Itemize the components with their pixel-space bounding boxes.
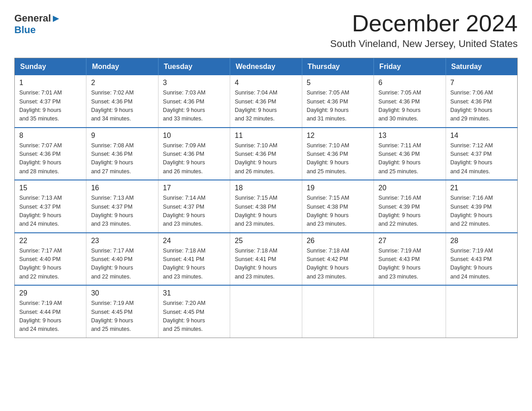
calendar-cell: 15Sunrise: 7:13 AMSunset: 4:37 PMDayligh…: [15, 180, 86, 233]
day-number: 31: [163, 289, 225, 297]
calendar-cell: 13Sunrise: 7:11 AMSunset: 4:36 PMDayligh…: [374, 128, 446, 180]
calendar-cell: 14Sunrise: 7:12 AMSunset: 4:37 PMDayligh…: [446, 128, 517, 180]
day-number: 16: [91, 184, 153, 192]
day-number: 28: [450, 237, 513, 245]
logo-triangle-icon: [52, 15, 60, 23]
calendar-cell: 3Sunrise: 7:03 AMSunset: 4:36 PMDaylight…: [158, 75, 230, 128]
day-info: Sunrise: 7:07 AMSunset: 4:36 PMDaylight:…: [19, 141, 82, 176]
calendar-cell: 30Sunrise: 7:19 AMSunset: 4:45 PMDayligh…: [86, 285, 158, 338]
calendar-cell: 12Sunrise: 7:10 AMSunset: 4:36 PMDayligh…: [302, 128, 373, 180]
day-number: 20: [378, 184, 441, 192]
day-info: Sunrise: 7:10 AMSunset: 4:36 PMDaylight:…: [235, 141, 297, 176]
day-info: Sunrise: 7:14 AMSunset: 4:37 PMDaylight:…: [163, 194, 225, 229]
day-number: 22: [19, 237, 82, 245]
day-number: 3: [163, 79, 225, 87]
calendar-cell: 11Sunrise: 7:10 AMSunset: 4:36 PMDayligh…: [230, 128, 302, 180]
calendar-cell: 20Sunrise: 7:16 AMSunset: 4:39 PMDayligh…: [374, 180, 446, 233]
calendar-cell: 6Sunrise: 7:05 AMSunset: 4:36 PMDaylight…: [374, 75, 446, 128]
calendar-cell: 8Sunrise: 7:07 AMSunset: 4:36 PMDaylight…: [15, 128, 86, 180]
day-number: 29: [19, 289, 82, 297]
logo-general-text: General: [14, 13, 51, 24]
page-title: December 2024: [330, 11, 518, 36]
day-info: Sunrise: 7:18 AMSunset: 4:41 PMDaylight:…: [163, 247, 225, 282]
calendar-week-row: 29Sunrise: 7:19 AMSunset: 4:44 PMDayligh…: [15, 285, 518, 338]
day-number: 30: [91, 289, 153, 297]
day-info: Sunrise: 7:12 AMSunset: 4:37 PMDaylight:…: [450, 141, 513, 176]
calendar-cell: 27Sunrise: 7:19 AMSunset: 4:43 PMDayligh…: [374, 233, 446, 286]
day-info: Sunrise: 7:16 AMSunset: 4:39 PMDaylight:…: [378, 194, 441, 229]
header-friday: Friday: [374, 58, 446, 76]
calendar-cell: 2Sunrise: 7:02 AMSunset: 4:36 PMDaylight…: [86, 75, 158, 128]
day-info: Sunrise: 7:04 AMSunset: 4:36 PMDaylight:…: [235, 89, 297, 124]
day-info: Sunrise: 7:19 AMSunset: 4:45 PMDaylight:…: [91, 299, 153, 334]
day-number: 19: [307, 184, 369, 192]
calendar-cell: [446, 285, 517, 338]
calendar-cell: 24Sunrise: 7:18 AMSunset: 4:41 PMDayligh…: [158, 233, 230, 286]
day-info: Sunrise: 7:13 AMSunset: 4:37 PMDaylight:…: [91, 194, 153, 229]
day-info: Sunrise: 7:17 AMSunset: 4:40 PMDaylight:…: [19, 247, 82, 282]
calendar-week-row: 22Sunrise: 7:17 AMSunset: 4:40 PMDayligh…: [15, 233, 518, 286]
calendar-cell: [230, 285, 302, 338]
day-number: 9: [91, 132, 153, 140]
day-number: 26: [307, 237, 369, 245]
calendar-week-row: 15Sunrise: 7:13 AMSunset: 4:37 PMDayligh…: [15, 180, 518, 233]
day-number: 2: [91, 79, 153, 87]
calendar-cell: 5Sunrise: 7:05 AMSunset: 4:36 PMDaylight…: [302, 75, 373, 128]
header-sunday: Sunday: [15, 58, 86, 76]
day-info: Sunrise: 7:05 AMSunset: 4:36 PMDaylight:…: [378, 89, 441, 124]
calendar-cell: 16Sunrise: 7:13 AMSunset: 4:37 PMDayligh…: [86, 180, 158, 233]
day-info: Sunrise: 7:18 AMSunset: 4:41 PMDaylight:…: [235, 247, 297, 282]
calendar-cell: 9Sunrise: 7:08 AMSunset: 4:36 PMDaylight…: [86, 128, 158, 180]
calendar-cell: 19Sunrise: 7:15 AMSunset: 4:38 PMDayligh…: [302, 180, 373, 233]
day-info: Sunrise: 7:03 AMSunset: 4:36 PMDaylight:…: [163, 89, 225, 124]
day-number: 8: [19, 132, 82, 140]
header-thursday: Thursday: [302, 58, 373, 76]
day-info: Sunrise: 7:18 AMSunset: 4:42 PMDaylight:…: [307, 247, 369, 282]
calendar-cell: 22Sunrise: 7:17 AMSunset: 4:40 PMDayligh…: [15, 233, 86, 286]
calendar-header-row: SundayMondayTuesdayWednesdayThursdayFrid…: [15, 58, 518, 76]
title-section: December 2024 South Vineland, New Jersey…: [330, 11, 518, 50]
day-number: 6: [378, 79, 441, 87]
header-wednesday: Wednesday: [230, 58, 302, 76]
day-number: 4: [235, 79, 297, 87]
logo-blue-text: Blue: [14, 24, 36, 35]
day-number: 25: [235, 237, 297, 245]
calendar-cell: 28Sunrise: 7:19 AMSunset: 4:43 PMDayligh…: [446, 233, 517, 286]
calendar-cell: 29Sunrise: 7:19 AMSunset: 4:44 PMDayligh…: [15, 285, 86, 338]
calendar-cell: [374, 285, 446, 338]
day-info: Sunrise: 7:02 AMSunset: 4:36 PMDaylight:…: [91, 89, 153, 124]
day-info: Sunrise: 7:08 AMSunset: 4:36 PMDaylight:…: [91, 141, 153, 176]
calendar-table: SundayMondayTuesdayWednesdayThursdayFrid…: [14, 58, 518, 338]
calendar-cell: 7Sunrise: 7:06 AMSunset: 4:36 PMDaylight…: [446, 75, 517, 128]
header-saturday: Saturday: [446, 58, 517, 76]
day-info: Sunrise: 7:19 AMSunset: 4:43 PMDaylight:…: [378, 247, 441, 282]
day-number: 12: [307, 132, 369, 140]
day-number: 5: [307, 79, 369, 87]
day-info: Sunrise: 7:06 AMSunset: 4:36 PMDaylight:…: [450, 89, 513, 124]
calendar-cell: 1Sunrise: 7:01 AMSunset: 4:37 PMDaylight…: [15, 75, 86, 128]
day-number: 15: [19, 184, 82, 192]
calendar-cell: 26Sunrise: 7:18 AMSunset: 4:42 PMDayligh…: [302, 233, 373, 286]
day-number: 10: [163, 132, 225, 140]
day-info: Sunrise: 7:15 AMSunset: 4:38 PMDaylight:…: [235, 194, 297, 229]
day-number: 13: [378, 132, 441, 140]
calendar-cell: 4Sunrise: 7:04 AMSunset: 4:36 PMDaylight…: [230, 75, 302, 128]
calendar-cell: [302, 285, 373, 338]
day-info: Sunrise: 7:10 AMSunset: 4:36 PMDaylight:…: [307, 141, 369, 176]
calendar-week-row: 1Sunrise: 7:01 AMSunset: 4:37 PMDaylight…: [15, 75, 518, 128]
page-subtitle: South Vineland, New Jersey, United State…: [330, 38, 518, 50]
svg-marker-0: [53, 16, 59, 22]
day-number: 7: [450, 79, 513, 87]
day-number: 1: [19, 79, 82, 87]
day-number: 14: [450, 132, 513, 140]
calendar-cell: 31Sunrise: 7:20 AMSunset: 4:45 PMDayligh…: [158, 285, 230, 338]
day-number: 18: [235, 184, 297, 192]
day-info: Sunrise: 7:11 AMSunset: 4:36 PMDaylight:…: [378, 141, 441, 176]
day-info: Sunrise: 7:13 AMSunset: 4:37 PMDaylight:…: [19, 194, 82, 229]
header-tuesday: Tuesday: [158, 58, 230, 76]
day-number: 24: [163, 237, 225, 245]
day-info: Sunrise: 7:17 AMSunset: 4:40 PMDaylight:…: [91, 247, 153, 282]
day-info: Sunrise: 7:19 AMSunset: 4:43 PMDaylight:…: [450, 247, 513, 282]
day-info: Sunrise: 7:20 AMSunset: 4:45 PMDaylight:…: [163, 299, 225, 334]
day-info: Sunrise: 7:19 AMSunset: 4:44 PMDaylight:…: [19, 299, 82, 334]
